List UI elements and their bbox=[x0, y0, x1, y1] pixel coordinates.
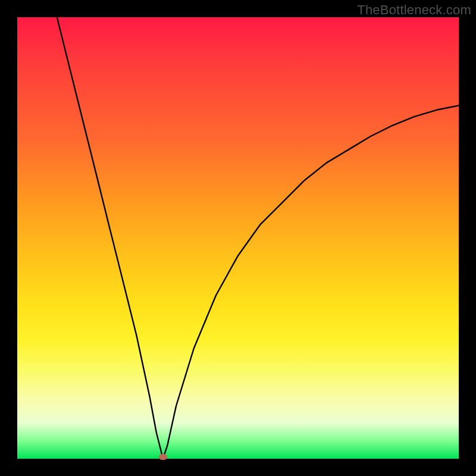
watermark-text: TheBottleneck.com bbox=[357, 2, 471, 18]
optimal-point-marker bbox=[159, 454, 167, 460]
chart-frame: TheBottleneck.com bbox=[0, 0, 476, 476]
plot-area bbox=[17, 17, 459, 459]
curve-path bbox=[57, 17, 459, 459]
bottleneck-curve bbox=[17, 17, 459, 459]
